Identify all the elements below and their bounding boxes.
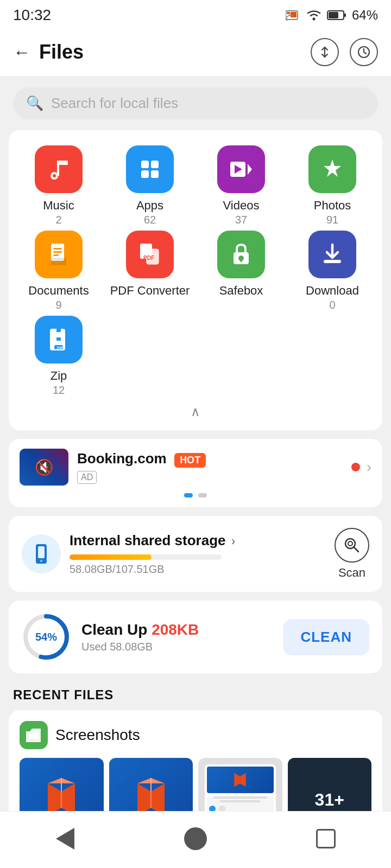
history-icon: [357, 45, 371, 59]
history-button[interactable]: [350, 38, 378, 66]
storage-left: Internal shared storage › 58.08GB/107.51…: [22, 532, 335, 576]
scan-button[interactable]: Scan: [335, 528, 369, 580]
pdf-icon-svg: PDF: [137, 241, 163, 267]
sort-icon: [318, 45, 332, 59]
back-button[interactable]: ←: [13, 42, 30, 62]
scan-label: Scan: [338, 566, 365, 580]
storage-arrow-icon: ›: [231, 534, 235, 548]
home-circle-icon: [184, 827, 207, 850]
more-count: 31+: [315, 790, 344, 810]
svg-point-42: [40, 560, 42, 562]
nav-home-button[interactable]: [179, 822, 212, 855]
cleanup-size-text: 208KB: [152, 621, 199, 638]
pdf-icon: PDF: [126, 231, 174, 278]
recent-square-icon: [316, 829, 336, 848]
book-mini-svg: [232, 770, 248, 789]
svg-rect-22: [51, 258, 66, 265]
ad-label: AD: [77, 471, 97, 484]
back-triangle-icon: [56, 828, 74, 850]
phone-icon: [30, 543, 52, 565]
ad-right: ›: [351, 458, 371, 476]
svg-rect-36: [56, 337, 61, 341]
nav-recent-button[interactable]: [310, 822, 342, 855]
search-bar[interactable]: 🔍 Search for local files: [13, 87, 378, 119]
svg-point-3: [286, 18, 288, 21]
wifi-icon: [306, 9, 321, 22]
ad-thumb-icon: 🔇: [35, 458, 54, 476]
storage-info[interactable]: Internal shared storage › 58.08GB/107.51…: [70, 532, 335, 576]
header-actions: [311, 38, 378, 66]
documents-label: Documents: [28, 284, 89, 298]
category-apps[interactable]: Apps 62: [109, 145, 191, 226]
clean-button[interactable]: CLEAN: [283, 619, 369, 655]
photos-label: Photos: [314, 199, 351, 213]
ad-dot-active: [184, 493, 193, 497]
cleanup-used: Used 58.08GB: [81, 641, 272, 653]
page-title: Files: [39, 41, 311, 63]
categories-grid-row1: Music 2 Apps 62: [17, 145, 374, 226]
apps-icon-svg: [137, 156, 163, 182]
navigation-bar: [0, 811, 391, 868]
categories-card: Music 2 Apps 62: [9, 130, 382, 430]
category-download[interactable]: Download 0: [291, 231, 374, 311]
svg-rect-23: [53, 248, 62, 250]
svg-rect-41: [38, 546, 45, 558]
zip-count: 12: [53, 384, 65, 397]
svg-line-44: [354, 547, 358, 552]
category-photos[interactable]: Photos 91: [291, 145, 374, 226]
videos-icon: [217, 145, 265, 193]
svg-text:ZIP: ZIP: [56, 346, 64, 350]
ad-banner[interactable]: 🔇 Booking.com HOT AD ›: [9, 439, 382, 507]
safebox-icon-svg: [228, 241, 254, 267]
category-videos[interactable]: Videos 37: [200, 145, 282, 226]
svg-point-10: [53, 174, 56, 177]
category-zip[interactable]: ZIP Zip 12: [17, 316, 100, 397]
svg-rect-15: [141, 170, 149, 178]
search-input[interactable]: Search for local files: [51, 95, 178, 112]
svg-rect-34: [56, 329, 61, 332]
sort-button[interactable]: [311, 38, 339, 66]
category-safebox[interactable]: Safebox: [200, 231, 282, 311]
screenshots-folder[interactable]: 🏔 Screenshots: [20, 721, 371, 749]
nav-back-button[interactable]: [49, 822, 81, 855]
storage-bar: [70, 554, 222, 560]
svg-rect-24: [53, 251, 62, 253]
ad-dots-bar: [20, 493, 371, 497]
storage-icon: [22, 534, 61, 573]
download-count: 0: [329, 299, 335, 311]
videos-count: 37: [235, 214, 247, 226]
scan-icon: [335, 528, 369, 563]
cleanup-title-row: Clean Up 208KB: [81, 621, 272, 639]
ad-title-row: Booking.com HOT: [77, 450, 343, 468]
photos-count: 91: [326, 214, 338, 226]
download-icon-svg: [319, 241, 345, 267]
status-bar: 10:32 64%: [0, 0, 391, 28]
battery-icon: [327, 9, 346, 22]
zip-label: Zip: [51, 369, 67, 383]
videos-icon-svg: [228, 156, 254, 182]
svg-marker-18: [248, 164, 252, 175]
chevron-up-icon: ∧: [191, 404, 200, 419]
ad-indicator-dot: [351, 463, 360, 471]
status-icons: 64%: [286, 8, 378, 23]
svg-rect-1: [287, 12, 290, 14]
svg-rect-25: [53, 254, 59, 256]
music-count: 2: [55, 214, 61, 226]
zip-icon-svg: ZIP: [46, 327, 72, 353]
svg-rect-7: [329, 12, 338, 18]
music-icon: [35, 145, 83, 193]
storage-bar-fill: [70, 554, 152, 560]
category-music[interactable]: Music 2: [17, 145, 100, 226]
scan-icon-svg: [342, 535, 362, 555]
ad-info: Booking.com HOT AD: [77, 450, 343, 484]
status-time: 10:32: [13, 7, 51, 24]
category-pdf[interactable]: PDF PDF Converter: [109, 231, 191, 311]
thumb-inner-top: [207, 767, 274, 793]
safebox-icon: [217, 231, 265, 278]
music-icon-svg: [46, 156, 72, 182]
svg-rect-37: [56, 342, 61, 345]
category-documents[interactable]: Documents 9: [17, 231, 100, 311]
collapse-button[interactable]: ∧: [17, 404, 374, 419]
svg-rect-13: [141, 161, 149, 168]
cleanup-card: 54% Clean Up 208KB Used 58.08GB CLEAN: [9, 601, 382, 673]
